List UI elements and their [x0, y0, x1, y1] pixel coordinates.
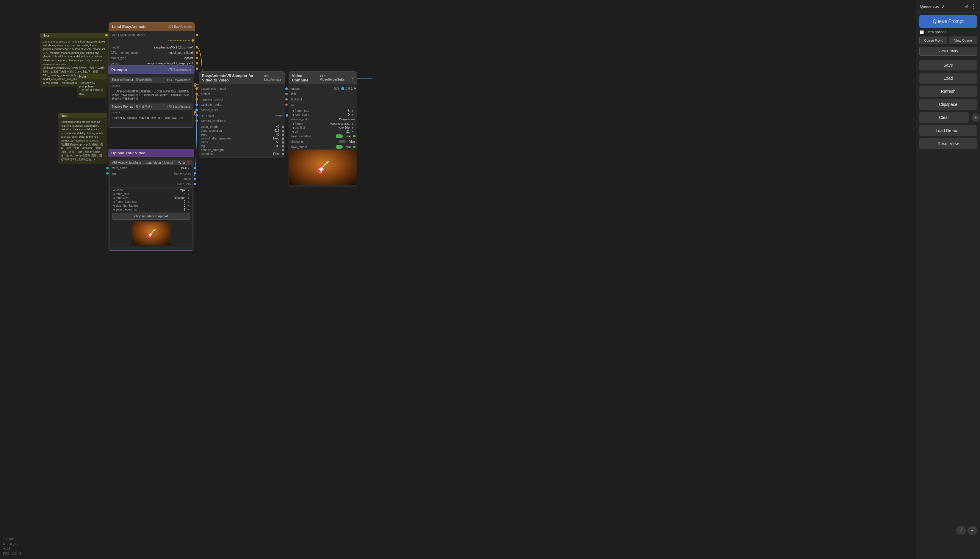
settings-icon[interactable]: ⚙: [965, 4, 969, 8]
s-port-videolen: [282, 126, 284, 128]
model-row: model EasyAnimateV5.1-12b-zh-InP: [109, 45, 194, 50]
combine-title: Video Combine: [292, 73, 320, 83]
port-modeltype-r: [196, 57, 198, 59]
queue-front-button[interactable]: Queue Front: [919, 36, 947, 44]
prompts-node: Prompts #75 EasyAnimate Positive Prompt（…: [108, 65, 194, 127]
expand-icon: ⤢: [959, 528, 963, 533]
combine-help-icon[interactable]: ?: [352, 76, 354, 80]
queue-front-row: Queue Front View Queue: [916, 35, 980, 45]
skip-label: skip_first_frames: [116, 204, 183, 207]
c-pingpong-toggle[interactable]: [338, 140, 346, 143]
port-easymodel-right: [192, 39, 194, 41]
c-format-right[interactable]: ►: [351, 122, 355, 126]
video-stepper-label: video: [116, 189, 176, 192]
s-valvideo-row: validation_video: [199, 102, 285, 108]
s-cfg-val: 6.00: [274, 144, 279, 148]
positive-header: Positive Prompt（正向提示词） #73 EasyAnimate: [110, 77, 192, 83]
combine-body: images 图像 文件名 ▶ 音频 批次管理 vse: [289, 84, 357, 187]
nth-label: select_every_nth: [116, 208, 183, 211]
note-title-2: Note: [77, 74, 106, 79]
compass-icon-btn[interactable]: ✦: [967, 526, 977, 535]
s-valvideo-label: validation_video: [199, 103, 285, 106]
skip-val: 0: [184, 204, 186, 207]
spacer1: [916, 57, 980, 59]
frame-cap-left[interactable]: ◄: [111, 200, 116, 203]
sampler-node: EasyAnimateV5 Sampler for Video to Video…: [199, 71, 285, 158]
s-cfg-label: cfg: [201, 144, 272, 148]
clear-button[interactable]: Clear: [919, 112, 969, 123]
load-default-button[interactable]: Load Defau...: [919, 125, 977, 136]
positive-text: 一只带着小外套的猫咪正在花园秋千上安静地弹奏吉他，明媚的金光透过已渐黄的枫叶洒上…: [110, 88, 192, 102]
port-positive-out: [194, 84, 196, 87]
force-size-row: ◄ force size Disabled ►: [110, 196, 192, 200]
nth-left[interactable]: ◄: [111, 208, 116, 211]
clipspace-button[interactable]: Clipspace: [919, 99, 977, 110]
s-negprompt-row: negative_prompt: [199, 97, 285, 102]
images-output-label: images: [275, 114, 284, 117]
force-rate-left[interactable]: ◄: [111, 192, 116, 196]
force-rate-right[interactable]: ►: [187, 192, 191, 196]
refresh-button[interactable]: Refresh: [919, 86, 977, 97]
negative-prompt-row: prompt: [110, 110, 192, 115]
s-easymodel-row: easyanimte_model: [199, 86, 285, 91]
info-bar: T: 0.00s N: -10 [10] V: 25 FPS: 120.48: [3, 536, 21, 556]
load-easyanimate-title: Load EasyAnimate: [112, 25, 146, 29]
menu-icon[interactable]: ⋮: [971, 3, 977, 10]
c-pix-right[interactable]: ►: [351, 126, 355, 129]
c-framerate-right[interactable]: ►: [351, 109, 355, 112]
frame-cap-right[interactable]: ►: [187, 200, 191, 203]
upload-node: Upload Your Video #85 VideoHelperSuite L…: [108, 149, 194, 251]
video-info-row: video_info: [110, 181, 192, 187]
combine-badge: #17 VideoHelperSuite: [320, 74, 350, 81]
meta-batch-row: meta_batch IMAGE: [110, 165, 192, 171]
force-rate-label: force_rate: [116, 192, 183, 196]
c-pix-left[interactable]: ◄: [291, 126, 295, 129]
c-framerate-left[interactable]: ◄: [291, 109, 295, 112]
frame-cap-label: frame_load_cap: [116, 200, 183, 203]
video-left-arrow[interactable]: ◄: [111, 189, 116, 192]
c-format-left[interactable]: ◄: [291, 122, 295, 126]
queue-prompt-button[interactable]: Queue Prompt: [919, 15, 977, 28]
c-framerate-val: 8: [348, 109, 350, 112]
bottom-icons: ⤢ ✦: [956, 526, 977, 535]
c-port-batch: [285, 98, 288, 101]
add-button[interactable]: +: [972, 113, 980, 122]
skip-right[interactable]: ►: [187, 204, 191, 207]
c-port-saveoutput: [353, 146, 355, 148]
force-size-right[interactable]: ►: [187, 196, 191, 200]
c-audio-label: 音频: [289, 92, 357, 96]
load-button[interactable]: Load: [919, 73, 977, 84]
extra-options-row: Extra options: [916, 29, 980, 35]
view-queue-button[interactable]: View Queue: [949, 36, 977, 44]
c-loop-right[interactable]: ►: [351, 113, 355, 116]
c-saveoutput-toggle[interactable]: [336, 145, 343, 149]
reset-view-button[interactable]: Reset View: [919, 138, 977, 149]
skip-left[interactable]: ◄: [111, 204, 116, 207]
force-rate-val: 8: [184, 192, 186, 196]
negative-header: Negtive Prompt（反向提示词） #73 EasyAnimate: [110, 104, 192, 110]
c-savemeta-toggle[interactable]: [336, 134, 343, 138]
c-audio-row: 音频: [289, 91, 357, 97]
s-port-control: [282, 137, 284, 140]
choose-video-btn[interactable]: choose video to upload: [112, 213, 190, 220]
video-right-arrow[interactable]: ►: [187, 189, 191, 192]
view-history-button[interactable]: View History: [919, 47, 977, 56]
c-crf-label: crf: [295, 130, 345, 133]
frame-load-cap-row: ◄ frame_load_cap 0 ►: [110, 200, 192, 204]
expand-icon-btn[interactable]: ⤢: [956, 526, 966, 535]
s-port-images-right: [286, 114, 288, 117]
c-batch-label: 批次管理: [289, 97, 357, 101]
extra-options-checkbox[interactable]: [920, 30, 924, 34]
c-crf-left[interactable]: ◄: [291, 130, 295, 133]
time-display: T: 0.00s: [3, 536, 21, 541]
s-camera-row: camera_conditions: [199, 118, 285, 123]
nth-right[interactable]: ►: [187, 208, 191, 211]
c-port-savemeta: [353, 135, 355, 137]
port-videoinfo-right: [194, 183, 196, 185]
c-crf-right[interactable]: ►: [351, 130, 355, 133]
s-controlvideo-row: control_video: [199, 108, 285, 113]
save-button[interactable]: Save: [919, 60, 977, 71]
force-size-left[interactable]: ◄: [111, 196, 116, 200]
c-loop-left[interactable]: ◄: [291, 113, 295, 116]
positive-prompt-row: prompt: [110, 83, 192, 88]
